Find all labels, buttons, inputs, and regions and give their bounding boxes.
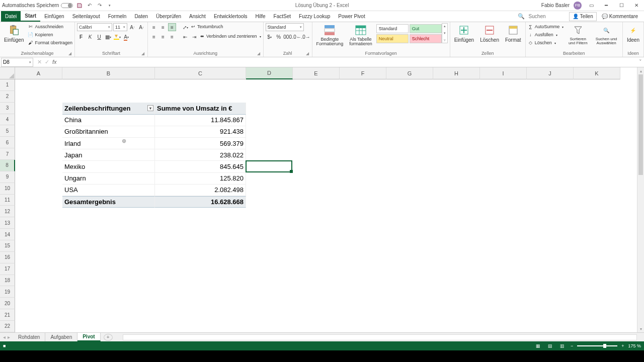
cell[interactable]: 569.379 (155, 138, 246, 149)
scroll-down-icon[interactable]: ▾ (637, 325, 644, 332)
increase-decimal-icon[interactable]: .0← (293, 33, 301, 41)
cell[interactable]: 11.845.867 (155, 115, 246, 126)
cell[interactable]: 16.628.668 (155, 196, 246, 208)
comments-button[interactable]: 💬 Kommentare (599, 12, 641, 21)
tab-factset[interactable]: FactSet (270, 11, 295, 22)
align-middle-icon[interactable]: ≡ (159, 23, 167, 31)
zoom-slider[interactable] (577, 345, 617, 346)
align-bottom-icon[interactable]: ≡ (168, 23, 176, 31)
search-icon[interactable]: 🔍 (518, 13, 525, 20)
vertical-scrollbar[interactable]: ▴ ▾ (637, 67, 644, 332)
font-name-dropdown[interactable]: Calibri▾ (77, 23, 112, 31)
close-icon[interactable]: ✕ (631, 2, 642, 10)
orientation-icon[interactable]: ⤢▾ (181, 23, 189, 31)
bold-button[interactable]: F (77, 33, 85, 41)
pivot-filter-dropdown-icon[interactable]: ▾ (147, 105, 153, 111)
cell[interactable]: 125.820 (155, 173, 246, 185)
column-header[interactable]: D (246, 67, 293, 79)
row-header[interactable]: 21 (0, 309, 15, 321)
page-layout-view-icon[interactable]: ▤ (546, 343, 554, 349)
style-neutral[interactable]: Neutral (376, 34, 409, 43)
tab-power pivot[interactable]: Power Pivot (334, 11, 369, 22)
scroll-thumb[interactable] (638, 74, 643, 175)
row-header[interactable]: 6 (0, 137, 15, 148)
zoom-level[interactable]: 175 % (628, 343, 641, 348)
cell[interactable]: Großbritannien (62, 126, 155, 138)
copy-button[interactable]: 📄Kopieren (28, 31, 72, 38)
zoom-out-icon[interactable]: − (571, 343, 573, 348)
minimize-icon[interactable]: ━ (601, 2, 612, 10)
row-header[interactable]: 5 (0, 125, 15, 137)
row-header[interactable]: 19 (0, 286, 15, 298)
tab-überprüfen[interactable]: Überprüfen (152, 11, 185, 22)
autosave-toggle[interactable]: Automatisches Speichern (2, 3, 73, 8)
dialog-launcher-icon[interactable]: ◢ (257, 51, 260, 56)
row-header[interactable]: 15 (0, 240, 15, 252)
row-header[interactable]: 20 (0, 298, 15, 309)
accounting-format-icon[interactable]: $▾ (266, 33, 274, 41)
increase-font-icon[interactable]: A↑ (128, 23, 136, 31)
row-header[interactable]: 3 (0, 103, 15, 114)
insert-function-icon[interactable]: fx (52, 59, 57, 65)
align-top-icon[interactable]: ≡ (150, 23, 158, 31)
cell[interactable]: Mexiko (62, 161, 155, 172)
user-avatar[interactable]: FB (574, 2, 582, 10)
cell[interactable]: China (62, 115, 155, 126)
paste-button[interactable]: Einfügen (2, 23, 26, 44)
border-button[interactable]: ▦▾ (104, 33, 112, 41)
cell[interactable]: USA (62, 185, 155, 196)
column-header[interactable]: B (62, 67, 155, 79)
comma-format-icon[interactable]: 000 (284, 33, 292, 41)
expand-formula-bar-icon[interactable]: ˅ (637, 59, 644, 65)
italic-button[interactable]: K (86, 33, 94, 41)
tab-ansicht[interactable]: Ansicht (185, 11, 210, 22)
align-center-icon[interactable]: ≡ (159, 33, 167, 41)
spreadsheet-grid[interactable]: ABCDEFGHIJK 1234567891011121314151617181… (0, 67, 644, 332)
tab-start[interactable]: Start (21, 11, 40, 22)
wrap-text-button[interactable]: ↩Textumbruch (190, 23, 223, 30)
row-header[interactable]: 13 (0, 217, 15, 229)
format-cells-button[interactable]: Format (503, 23, 523, 44)
column-header[interactable]: K (574, 67, 620, 79)
cell[interactable]: 845.645 (155, 161, 246, 172)
style-standard[interactable]: Standard (376, 24, 409, 33)
tab-fuzzy lookup[interactable]: Fuzzy Lookup (295, 11, 334, 22)
conditional-format-button[interactable]: Bedingte Formatierung (314, 23, 346, 47)
cell[interactable]: 238.022 (155, 149, 246, 161)
select-all-corner[interactable] (0, 67, 15, 79)
cell[interactable]: Gesamtergebnis (62, 196, 155, 208)
number-format-dropdown[interactable]: Standard▾ (266, 23, 304, 31)
page-break-view-icon[interactable]: ▥ (558, 343, 567, 349)
column-header[interactable]: I (480, 67, 527, 79)
sheet-tab[interactable]: Pivot (77, 333, 100, 341)
column-header[interactable]: F (340, 67, 386, 79)
column-header[interactable]: C (155, 67, 246, 79)
normal-view-icon[interactable]: ▦ (534, 343, 542, 349)
row-header[interactable]: 12 (0, 206, 15, 217)
maximize-icon[interactable]: ☐ (616, 2, 627, 10)
format-as-table-button[interactable]: Als Tabelle formatieren (347, 23, 374, 47)
column-header[interactable]: H (433, 67, 480, 79)
row-header[interactable]: 16 (0, 252, 15, 263)
share-button[interactable]: 👤 Teilen (569, 12, 597, 21)
formula-input[interactable] (60, 58, 637, 67)
cell[interactable]: Irland (62, 138, 155, 149)
dialog-launcher-icon[interactable]: ◢ (68, 51, 71, 56)
clear-button[interactable]: ◇Löschen▾ (528, 39, 564, 46)
column-header[interactable]: E (293, 67, 340, 79)
merge-center-button[interactable]: ⬌Verbinden und zentrieren▾ (199, 33, 261, 40)
cell[interactable]: Ungarn (62, 173, 155, 185)
row-header[interactable]: 22 (0, 321, 15, 332)
cell[interactable]: 2.082.498 (155, 185, 246, 196)
align-right-icon[interactable]: ≡ (168, 33, 176, 41)
tab-hilfe[interactable]: Hilfe (252, 11, 270, 22)
column-header[interactable]: J (527, 67, 574, 79)
redo-icon[interactable]: ↷ (96, 2, 103, 9)
cell[interactable]: 921.438 (155, 126, 246, 138)
sort-filter-button[interactable]: Sortieren und Filtern (566, 23, 590, 46)
tab-daten[interactable]: Daten (130, 11, 152, 22)
macro-record-icon[interactable]: ■ (3, 343, 6, 348)
column-header[interactable]: A (15, 67, 62, 79)
fill-button[interactable]: ↓Ausfüllen▾ (528, 31, 564, 38)
sheet-tab[interactable]: Rohdaten (13, 333, 45, 341)
